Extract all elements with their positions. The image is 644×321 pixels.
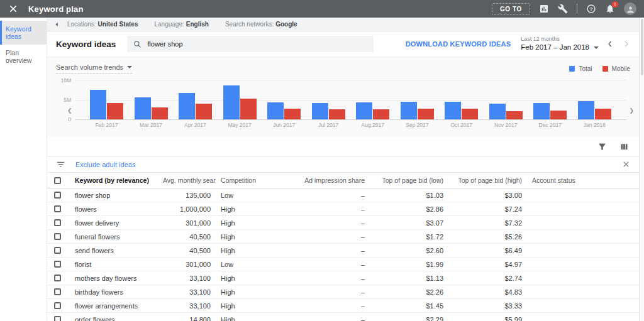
table-row: flower delivery301,000High–$3.07$7.32 [47,216,639,230]
page-title: Keyword plan [28,4,84,14]
tools-wrench-icon[interactable] [558,4,568,14]
sidebar-item-plan-overview[interactable]: Plan overview [0,45,47,68]
row-checkbox[interactable] [47,244,70,258]
bar-total-nov-2017[interactable] [489,104,506,119]
bar-total-feb-2017[interactable] [90,90,106,119]
bar-total-mar-2017[interactable] [135,97,151,119]
bar-mobile-apr-2017[interactable] [196,104,212,119]
bar-total-jun-2017[interactable] [267,102,284,119]
bar-total-may-2017[interactable] [223,85,240,119]
bar-mobile-dec-2017[interactable] [550,111,567,119]
cell-top-of-page-bid-high: $7.32 [448,216,527,230]
row-checkbox[interactable] [54,302,61,309]
x-axis-label: Dec 2017 [539,122,562,128]
sidebar-item-keyword-ideas[interactable]: Keyword ideas [0,21,47,45]
bar-total-apr-2017[interactable] [179,93,195,119]
exclude-adult-ideas-filter[interactable]: Exclude adult ideas [75,161,135,168]
close-icon[interactable] [8,4,18,14]
row-checkbox[interactable] [54,247,61,254]
bar-total-jul-2017[interactable] [312,103,328,119]
notifications-bell-icon[interactable]: ! [605,4,615,14]
row-checkbox[interactable] [47,188,70,202]
next-period-chevron-icon[interactable] [621,39,631,49]
collapse-left-icon[interactable] [52,20,61,29]
keyword-table-body: flower shop135,000Low–$1.03$3.00flowers1… [47,188,639,321]
bar-mobile-mar-2017[interactable] [152,107,168,119]
reports-chart-icon[interactable] [539,4,549,14]
help-icon[interactable]: ? [586,4,596,14]
row-checkbox[interactable] [54,275,61,281]
clear-filter-icon[interactable] [622,160,630,168]
row-checkbox[interactable] [47,216,70,230]
row-checkbox[interactable] [54,288,61,295]
row-checkbox[interactable] [54,233,61,240]
date-range-selector[interactable]: Last 12 months Feb 2017 – Jan 2018 [521,36,599,52]
row-checkbox[interactable] [54,205,61,212]
column-header-keyword[interactable]: Keyword (by relevance) [70,173,158,188]
go-to-button[interactable]: GO TO [492,3,530,15]
x-axis-label: Jul 2017 [318,122,338,128]
column-header-account-status[interactable]: Account status [527,173,639,188]
bar-mobile-jul-2017[interactable] [329,109,345,119]
bar-mobile-may-2017[interactable] [240,99,257,119]
columns-icon[interactable] [619,142,629,151]
cell-competition: High [216,230,291,244]
language-setting[interactable]: Language:English [155,21,209,28]
row-checkbox[interactable] [54,192,61,199]
row-checkbox[interactable] [47,299,70,313]
bar-mobile-aug-2017[interactable] [373,109,389,119]
bar-mobile-oct-2017[interactable] [462,109,478,119]
table-row: send flowers40,500High–$2.60$6.49 [47,244,639,258]
row-checkbox[interactable] [47,313,70,321]
row-checkbox[interactable] [54,316,61,321]
section-title: Keyword ideas [56,40,116,49]
search-input[interactable] [147,40,355,48]
row-checkbox[interactable] [47,202,70,216]
cell-ad-impression-share: – [291,230,370,244]
row-checkbox[interactable] [54,261,61,268]
bar-mobile-nov-2017[interactable] [506,111,523,119]
chart-legend: Total Mobile [569,65,630,72]
column-header-competition[interactable]: Competition [216,173,291,188]
bar-mobile-feb-2017[interactable] [107,103,123,119]
bar-total-sep-2017[interactable] [401,102,417,119]
column-header-bid-low[interactable]: Top of page bid (low) [370,173,448,188]
locations-setting[interactable]: Locations:United States [67,21,138,28]
cell-account-status [527,188,639,202]
column-header-avg-monthly-searches[interactable]: Avg. monthly searches [158,173,216,188]
row-checkbox[interactable] [47,285,70,299]
account-avatar[interactable] [624,3,636,15]
cell-account-status [527,285,639,299]
bar-mobile-sep-2017[interactable] [418,109,434,119]
cell-keyword: funeral flowers [70,230,158,244]
row-checkbox[interactable] [54,219,61,226]
bar-group: May 2017 [223,80,257,119]
cell-avg-monthly-searches: 135,000 [158,188,216,202]
row-checkbox[interactable] [47,230,70,244]
bar-total-dec-2017[interactable] [533,103,550,119]
row-checkbox[interactable] [47,258,70,271]
download-keyword-ideas-link[interactable]: DOWNLOAD KEYWORD IDEAS [406,40,511,48]
prev-period-chevron-icon[interactable] [605,39,615,49]
bar-mobile-jun-2017[interactable] [284,109,301,119]
bar-total-oct-2017[interactable] [445,102,461,119]
select-all-checkbox[interactable] [54,177,61,184]
chart-scroll-left-icon[interactable]: ❮ [67,107,72,114]
bar-total-aug-2017[interactable] [356,102,372,119]
topbar-divider [577,4,577,14]
legend-item-total: Total [569,65,592,72]
chart-metric-dropdown[interactable]: Search volume trends [56,63,132,73]
bar-total-jan-2018[interactable] [578,101,594,119]
cell-competition: High [216,299,291,313]
keyword-search-box[interactable] [127,36,374,52]
cell-top-of-page-bid-low: $2.26 [370,285,448,299]
search-networks-setting[interactable]: Search networks:Google [225,21,297,28]
column-header-bid-high[interactable]: Top of page bid (high) [448,173,527,188]
bar-mobile-jan-2018[interactable] [595,109,611,119]
column-header-ad-impression-share[interactable]: Ad impression share [291,173,370,188]
chart-scroll-right-icon[interactable]: ❯ [629,107,634,114]
vertical-scrollbar[interactable] [639,18,644,321]
cell-top-of-page-bid-high: $3.33 [448,299,527,313]
filter-icon[interactable] [597,142,607,151]
row-checkbox[interactable] [47,271,70,285]
